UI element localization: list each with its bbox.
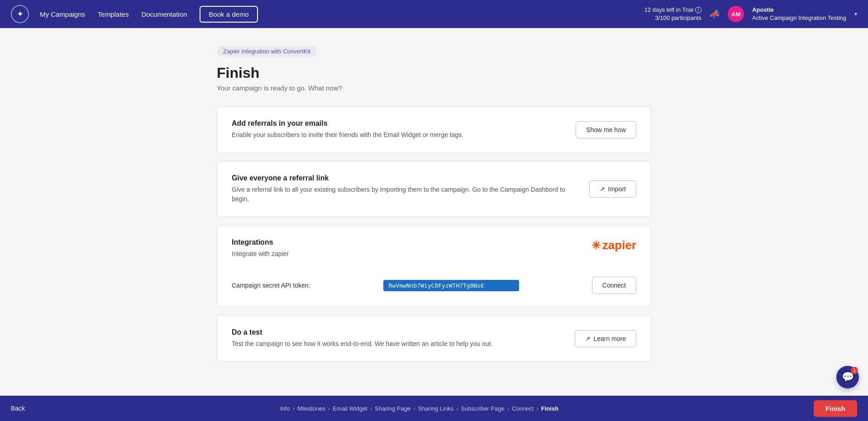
trial-days: 12 days left in Trial bbox=[644, 6, 693, 14]
integrations-desc: Integrate with zapier bbox=[232, 249, 289, 259]
page-title: Finish bbox=[217, 65, 651, 81]
integrations-top: Integrations Integrate with zapier ✳ zap… bbox=[232, 238, 636, 259]
add-referrals-title: Add referrals in your emails bbox=[232, 119, 567, 128]
do-a-test-card: Do a test Test the campaign to see how i… bbox=[217, 315, 651, 362]
zapier-logo: ✳ zapier bbox=[591, 238, 636, 252]
book-demo-button[interactable]: Book a demo bbox=[200, 6, 258, 23]
learn-more-button[interactable]: ↗ Learn more bbox=[575, 330, 636, 347]
zapier-text: zapier bbox=[602, 238, 636, 252]
integrations-text: Integrations Integrate with zapier bbox=[232, 238, 289, 259]
logo-icon: ✦ bbox=[17, 9, 24, 19]
templates-link[interactable]: Templates bbox=[98, 10, 129, 18]
step-separator: › bbox=[328, 405, 330, 412]
external-link-icon-2: ↗ bbox=[585, 335, 591, 342]
chevron-down-icon[interactable]: ▾ bbox=[854, 11, 857, 17]
navbar-right: 12 days left in Trial i 3/100 participan… bbox=[644, 6, 857, 22]
footer-nav: Back Info›Milestones›Email Widget›Sharin… bbox=[0, 396, 868, 421]
page-subtitle: Your campaign is ready to go. What now? bbox=[217, 84, 651, 92]
breadcrumb: Zapier Integration with ConvertKit bbox=[217, 46, 317, 57]
back-button[interactable]: Back bbox=[11, 405, 25, 412]
give-referral-title: Give everyone a referral link bbox=[232, 174, 580, 182]
give-referral-content: Give everyone a referral link Give a ref… bbox=[232, 174, 580, 204]
logo[interactable]: ✦ bbox=[11, 5, 29, 23]
integrations-card: Integrations Integrate with zapier ✳ zap… bbox=[217, 225, 651, 307]
trial-participants: 3/100 participants bbox=[644, 14, 701, 22]
info-icon[interactable]: i bbox=[695, 7, 701, 13]
user-info: Apostle Active Campaign Integration Test… bbox=[752, 6, 846, 22]
give-referral-card: Give everyone a referral link Give a ref… bbox=[217, 161, 651, 217]
import-button[interactable]: ↗ Import bbox=[589, 180, 636, 198]
zapier-asterisk-icon: ✳ bbox=[591, 239, 601, 252]
step-separator: › bbox=[413, 405, 415, 412]
footer-steps: Info›Milestones›Email Widget›Sharing Pag… bbox=[280, 405, 558, 412]
navbar: ✦ My Campaigns Templates Documentation B… bbox=[0, 0, 868, 28]
add-referrals-content: Add referrals in your emails Enable your… bbox=[232, 119, 567, 140]
footer-step-milestones[interactable]: Milestones bbox=[297, 405, 325, 412]
external-link-icon: ↗ bbox=[600, 185, 605, 193]
api-token-row: Campaign secret API token: RwVmwNnb7WiyC… bbox=[232, 277, 636, 294]
add-referrals-action: Show me how bbox=[576, 121, 636, 138]
chat-badge: 1 bbox=[851, 367, 858, 374]
footer-step-email-widget[interactable]: Email Widget bbox=[333, 405, 367, 412]
api-token-label: Campaign secret API token: bbox=[232, 282, 310, 289]
user-org: Active Campaign Integration Testing bbox=[752, 14, 846, 22]
step-separator: › bbox=[536, 405, 538, 412]
show-me-how-button[interactable]: Show me how bbox=[576, 121, 636, 138]
step-separator: › bbox=[293, 405, 295, 412]
finish-button[interactable]: Finish bbox=[814, 400, 857, 417]
step-separator: › bbox=[507, 405, 509, 412]
do-a-test-content: Do a test Test the campaign to see how i… bbox=[232, 328, 566, 349]
add-referrals-desc: Enable your subscribers to invite their … bbox=[232, 130, 567, 140]
do-a-test-desc: Test the campaign to see how it works en… bbox=[232, 339, 566, 349]
step-separator: › bbox=[456, 405, 458, 412]
footer-step-info[interactable]: Info bbox=[280, 405, 290, 412]
page-wrapper: Zapier Integration with ConvertKit Finis… bbox=[208, 28, 660, 415]
my-campaigns-link[interactable]: My Campaigns bbox=[40, 10, 85, 18]
integrations-title: Integrations bbox=[232, 238, 289, 246]
footer-step-sharing-page[interactable]: Sharing Page bbox=[375, 405, 410, 412]
footer-step-sharing-links[interactable]: Sharing Links bbox=[418, 405, 453, 412]
footer-step-connect[interactable]: Connect bbox=[512, 405, 534, 412]
footer-step-subscriber-page[interactable]: Subscriber Page bbox=[461, 405, 505, 412]
chat-bubble[interactable]: 💬 1 bbox=[836, 366, 859, 388]
nav-links: My Campaigns Templates Documentation Boo… bbox=[40, 6, 644, 23]
connect-button[interactable]: Connect bbox=[592, 277, 636, 294]
footer-step-finish[interactable]: Finish bbox=[541, 405, 558, 412]
add-referrals-card: Add referrals in your emails Enable your… bbox=[217, 106, 651, 153]
do-a-test-title: Do a test bbox=[232, 328, 566, 336]
trial-info: 12 days left in Trial i 3/100 participan… bbox=[644, 6, 701, 22]
user-name: Apostle bbox=[752, 6, 846, 14]
give-referral-desc: Give a referral link to all your existin… bbox=[232, 185, 580, 204]
give-referral-action: ↗ Import bbox=[589, 180, 636, 198]
api-token-value[interactable]: RwVmwNnb7WiyC8FyzWTH7Tg0BoE bbox=[383, 280, 519, 291]
megaphone-icon[interactable]: 📣 bbox=[710, 9, 720, 19]
step-separator: › bbox=[370, 405, 372, 412]
avatar: AM bbox=[728, 6, 744, 22]
do-a-test-action: ↗ Learn more bbox=[575, 330, 636, 347]
documentation-link[interactable]: Documentation bbox=[141, 10, 187, 18]
